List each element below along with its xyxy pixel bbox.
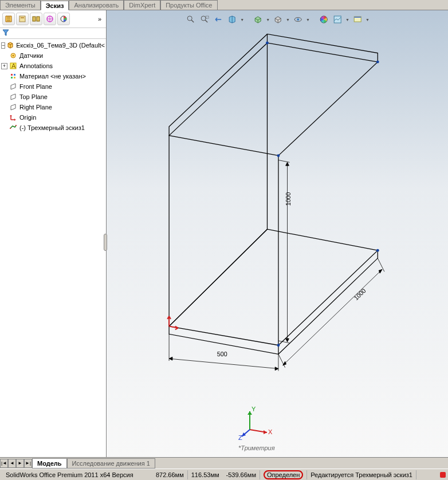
svg-point-7 (13, 55, 14, 57)
svg-point-26 (376, 61, 379, 64)
svg-point-20 (297, 18, 299, 21)
svg-rect-1 (21, 17, 24, 18)
status-coord-3: -539.66мм (223, 470, 260, 479)
tab-features[interactable]: Элементы (0, 0, 41, 10)
annotations-icon: A (9, 61, 18, 70)
tree-material[interactable]: Материал <не указан> (0, 71, 106, 81)
collapse-icon[interactable]: − (1, 42, 5, 49)
tree-origin[interactable]: Origin (0, 112, 106, 123)
expand-icon[interactable]: + (1, 63, 7, 69)
tab-office[interactable]: Продукты Office (160, 0, 217, 10)
svg-point-14 (10, 128, 11, 129)
status-bar: SolidWorks Office Premium 2011 x64 Верси… (0, 469, 448, 480)
triad-y-label: Y (251, 407, 256, 412)
svg-point-28 (376, 249, 379, 252)
tab-nav-buttons: |◄ ◄ ► ►| (0, 459, 32, 468)
config-manager-tab-icon[interactable] (30, 13, 42, 25)
tree-3dsketch[interactable]: (-) Трехмерный эскиз1 (0, 123, 106, 133)
feature-manager: » − Екскіз_06_Тема9_3D (Default< Датчики… (0, 10, 107, 457)
bottom-tab-model[interactable]: Модель (32, 458, 67, 469)
plane-icon (9, 103, 18, 112)
svg-rect-10 (11, 74, 13, 76)
sensors-icon (9, 51, 18, 60)
tree-top-label: Top Plane (19, 93, 48, 100)
tree-annotations[interactable]: + A Annotations (0, 61, 106, 71)
triad-x-label: X (268, 428, 273, 435)
svg-rect-24 (354, 17, 361, 18)
triad-z-label: Z (238, 434, 242, 441)
tree-right-plane[interactable]: Right Plane (0, 102, 106, 112)
svg-rect-0 (19, 16, 25, 22)
status-editing: Редактируется Трехмерный эскиз1 (307, 470, 416, 479)
status-defined: Определен (260, 470, 307, 479)
property-manager-tab-icon[interactable] (16, 13, 29, 25)
tab-evaluate[interactable]: Анализировать (69, 0, 124, 10)
tree-annotations-label: Annotations (19, 62, 53, 69)
tree-sensors[interactable]: Датчики (0, 50, 106, 61)
sidebar-expand-icon[interactable]: » (96, 13, 104, 25)
main-area: » − Екскіз_06_Тема9_3D (Default< Датчики… (0, 10, 448, 457)
tree-front-plane[interactable]: Front Plane (0, 81, 106, 92)
plane-icon (9, 82, 18, 91)
svg-rect-3 (37, 17, 40, 21)
svg-rect-11 (14, 74, 15, 76)
svg-rect-12 (11, 77, 13, 78)
graphics-viewport[interactable]: ▼ ▼ ▼ ▼ ▼ ▼ (107, 10, 448, 457)
tree-root[interactable]: − Екскіз_06_Тема9_3D (Default< (0, 40, 106, 50)
svg-point-27 (277, 154, 280, 157)
nav-first-icon[interactable]: |◄ (0, 459, 8, 468)
tab-sketch[interactable]: Эскиз (41, 1, 69, 10)
svg-point-29 (277, 344, 280, 347)
tab-dimxpert[interactable]: DimXpert (124, 0, 160, 10)
svg-point-16 (187, 16, 192, 21)
command-tabs: Элементы Эскиз Анализировать DimXpert Пр… (0, 0, 448, 10)
sidebar-toolbar: » (0, 10, 106, 28)
bottom-tab-motion[interactable]: Исследование движения 1 (67, 458, 155, 469)
filter-icon[interactable] (2, 29, 10, 37)
tree-sensors-label: Датчики (19, 52, 43, 59)
material-icon (9, 72, 18, 81)
nav-prev-icon[interactable]: ◄ (8, 459, 16, 468)
status-coord-1: 872.66мм (152, 470, 188, 479)
display-manager-tab-icon[interactable] (57, 13, 70, 25)
svg-point-25 (266, 42, 269, 45)
bottom-tab-bar: |◄ ◄ ► ►| Модель Исследование движения 1 (0, 457, 448, 469)
feature-tree: − Екскіз_06_Тема9_3D (Default< Датчики +… (0, 39, 106, 457)
dim-depth[interactable]: 1000 (352, 287, 367, 301)
tree-front-label: Front Plane (19, 83, 52, 90)
svg-rect-18 (206, 16, 209, 18)
dim-height[interactable]: 1000 (285, 192, 292, 206)
model-3d-sketch: 1000 1000 500 (107, 22, 448, 446)
status-coord-2: 116.53мм (188, 470, 223, 479)
status-app: SolidWorks Office Premium 2011 x64 Верси… (2, 470, 137, 479)
part-icon (6, 41, 14, 50)
tree-material-label: Материал <не указан> (19, 73, 86, 80)
nav-last-icon[interactable]: ►| (24, 459, 32, 468)
feature-manager-tab-icon[interactable] (2, 13, 15, 25)
svg-rect-2 (33, 17, 36, 21)
status-defined-highlight: Определен (264, 470, 303, 479)
status-indicator-icon (440, 472, 446, 478)
plane-icon (9, 92, 18, 101)
3dsketch-icon (9, 123, 18, 132)
svg-point-17 (201, 16, 206, 21)
tree-3dsketch-label: (-) Трехмерный эскиз1 (19, 124, 85, 131)
dim-width[interactable]: 500 (217, 351, 227, 357)
tree-top-plane[interactable]: Top Plane (0, 92, 106, 102)
filter-row (0, 28, 106, 39)
svg-text:A: A (11, 62, 16, 69)
view-triad: X Y Z (238, 407, 273, 441)
dimxpert-manager-tab-icon[interactable] (44, 13, 56, 25)
svg-rect-13 (14, 77, 15, 78)
view-name-label: *Триметрия (238, 444, 275, 451)
tree-right-label: Right Plane (19, 104, 52, 111)
svg-point-15 (15, 125, 17, 126)
origin-icon (9, 113, 18, 122)
tree-origin-label: Origin (19, 114, 36, 121)
nav-next-icon[interactable]: ► (16, 459, 24, 468)
tree-root-label: Екскіз_06_Тема9_3D (Default< (16, 42, 105, 49)
